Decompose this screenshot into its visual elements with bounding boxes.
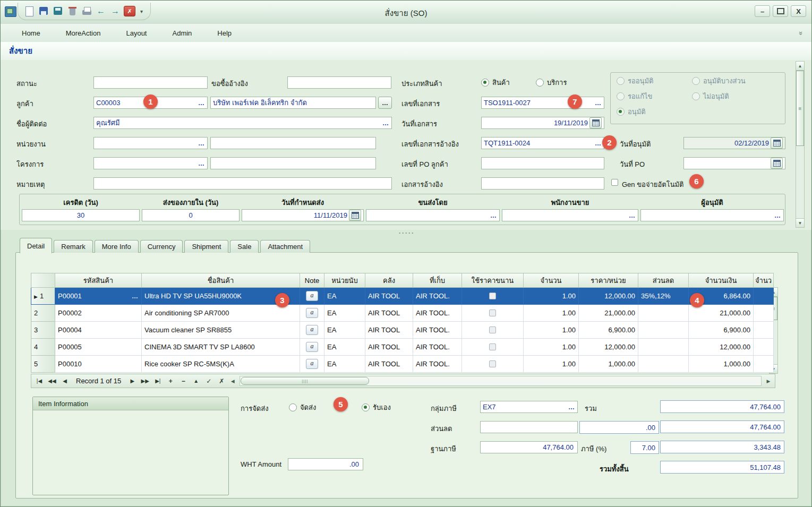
product-type-goods-radio[interactable]: สินค้า [481,77,510,88]
minimize-button[interactable]: – [755,5,770,17]
col-discount[interactable]: ส่วนลด [638,273,689,288]
due-date-calendar-button[interactable] [349,210,361,221]
cell-warehouse[interactable]: AIR TOOL [365,288,413,305]
menu-home[interactable]: Home [21,27,41,39]
nav-prev-button[interactable]: ◀ [58,375,71,386]
cell-warehouse[interactable]: AIR TOOL [365,305,413,322]
cell-discount[interactable] [638,339,689,356]
nav-last-button[interactable]: ▶| [151,375,164,386]
cell-discount[interactable] [638,305,689,322]
cell-unit[interactable]: EA [324,305,365,322]
nav-append-button[interactable]: + [164,375,177,386]
note-button[interactable]: a [306,359,318,369]
table-row[interactable]: ▶1 P00001… Ultra HD TV SP UA55HU9000K a … [31,288,774,305]
menu-admin[interactable]: Admin [171,27,193,39]
tab-sale[interactable]: Sale [230,240,259,253]
cell-discount[interactable]: 35%,12% [638,288,689,305]
hscroll-left-icon[interactable]: ◀ [228,376,237,386]
approval-revise-radio[interactable]: รอแก้ไข [617,91,652,102]
cell-price[interactable]: 21,000.00 [579,305,638,322]
purchase-ref-field[interactable] [287,76,391,89]
cell-location[interactable]: AIR TOOL. [413,339,462,356]
note-button[interactable]: a [306,291,318,301]
approval-approved-radio[interactable]: อนุมัติ [617,106,646,117]
tab-shipment[interactable]: Shipment [184,240,228,253]
transport-lookup-icon[interactable]: … [488,212,497,219]
parallel-price-checkbox[interactable] [489,326,496,333]
po-date-calendar-button[interactable] [771,158,783,169]
nav-edit-button[interactable]: ▲ [190,375,202,386]
col-unit-price[interactable]: ราคา/หน่วย [579,273,638,288]
contact-field[interactable]: คุณรัศมี … [93,117,392,129]
tab-detail[interactable]: Detail [20,238,52,253]
cell-warehouse[interactable]: AIR TOOL [365,322,413,339]
approval-partial-radio[interactable]: อนุมัติบางส่วน [692,75,746,87]
customer-name-browse-button[interactable]: … [378,97,392,109]
cell-unit[interactable]: EA [324,322,365,339]
col-product-code[interactable]: รหัสสินค้า [55,273,142,288]
department-name-field[interactable] [210,137,376,149]
scroll-up-icon[interactable]: ▲ [796,62,804,71]
nav-prev-page-button[interactable]: ◀◀ [46,375,58,386]
cell-amount[interactable]: 12,000.00 [689,339,754,356]
menu-moreaction[interactable]: MoreAction [65,27,102,39]
col-product-name[interactable]: ชื่อสินค้า [142,273,300,288]
tab-remark[interactable]: Remark [54,240,93,253]
cell-qty[interactable]: 1.00 [524,356,579,373]
cell-name[interactable]: Vacuum cleaner SP SR8855 [142,322,300,339]
tab-attachment[interactable]: Attachment [260,240,310,253]
nav-post-button[interactable]: ✓ [202,375,215,386]
parallel-price-checkbox[interactable] [489,310,496,316]
cell-location[interactable]: AIR TOOL. [413,356,462,373]
parallel-price-checkbox[interactable] [489,293,496,299]
customer-name-field[interactable]: บริษัท เพอร์เฟค อิเล็คทริก จำกัด [210,97,376,109]
note-button[interactable]: a [306,308,318,318]
grid-hscrollbar[interactable]: |||| [240,376,762,386]
col-parallel-price[interactable]: ใช้ราคาขนาน [462,273,524,288]
doc-date-field[interactable]: 19/11/2019 [481,117,604,129]
customer-lookup-icon[interactable]: … [196,99,205,107]
credit-field[interactable]: 30 [22,209,140,221]
cell-price[interactable]: 12,000.00 [579,288,638,305]
nav-next-page-button[interactable]: ▶▶ [139,375,151,386]
sale-person-lookup-icon[interactable]: … [627,212,636,219]
product-type-service-radio[interactable]: บริการ [536,77,567,88]
table-row[interactable]: 3 P00004 Vacuum cleaner SP SR8855 a EA A… [31,322,774,339]
cell-unit[interactable]: EA [324,339,365,356]
note-field[interactable] [93,177,392,190]
table-row[interactable]: 2 P00002 Air conditioning SP AR7000 a EA… [31,305,774,322]
cell-code[interactable]: P00001… [55,288,142,305]
hscrollbar-thumb[interactable]: |||| [241,377,369,385]
sale-person-field[interactable]: … [502,209,638,221]
cell-price[interactable]: 1,000.00 [579,356,638,373]
transport-field[interactable]: … [366,209,500,221]
doc-no-lookup-icon[interactable]: … [593,99,602,107]
col-location[interactable]: ที่เก็บ [413,273,462,288]
customer-po-field[interactable] [481,157,604,169]
cell-warehouse[interactable]: AIR TOOL [365,339,413,356]
tab-currency[interactable]: Currency [140,240,183,253]
splitter-handle[interactable]: ····· [15,229,798,236]
project-lookup-icon[interactable]: … [196,160,205,167]
cell-amount[interactable]: 1,000.00 [689,356,754,373]
cell-location[interactable]: AIR TOOL. [413,288,462,305]
note-button[interactable]: a [306,342,318,352]
approver-lookup-icon[interactable]: … [772,212,781,219]
doc-no-field[interactable]: TSO1911-0027 … [481,97,604,109]
cell-lookup-icon[interactable]: … [132,293,139,300]
wht-field[interactable]: .00 [288,458,363,470]
nav-next-button[interactable]: ▶ [126,375,139,386]
cell-unit[interactable]: EA [324,356,365,373]
po-date-field[interactable] [683,157,785,169]
table-row[interactable]: 4 P00005 CINEMA 3D SMART TV SP LA8600 a … [31,339,774,356]
discount-field[interactable] [480,421,578,433]
ref-doc-no-field[interactable]: TQT1911-0024 … [481,137,604,149]
cell-qty[interactable]: 1.00 [524,339,579,356]
nav-cancel-button[interactable]: ✗ [215,375,228,386]
cell-discount[interactable] [638,356,689,373]
col-amount[interactable]: จำนวนเงิน [689,273,754,288]
scroll-down-icon[interactable]: ▼ [796,218,804,227]
cell-name[interactable]: CINEMA 3D SMART TV SP LA8600 [142,339,300,356]
table-row[interactable]: 5 P00010 Rice cooker SP RC-5MS(K)A a EA … [31,356,774,373]
approver-field[interactable]: … [640,209,784,221]
